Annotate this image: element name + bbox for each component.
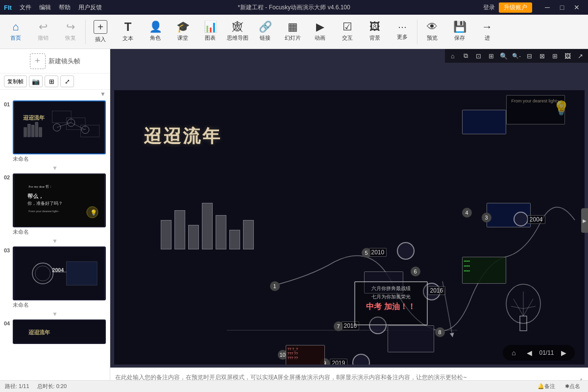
tb-undo[interactable]: ↩ 撤销	[29, 17, 57, 47]
slide-item-03[interactable]: 03 2004 未命名 ▼	[2, 246, 108, 318]
svg-text:迢迢流年: 迢迢流年	[28, 329, 50, 335]
svg-text:帮么，: 帮么，	[27, 193, 44, 199]
ct-copy2-btn[interactable]: ⊡	[472, 50, 484, 62]
tb-anim[interactable]: ▶ 动画	[306, 17, 334, 47]
new-frame-area[interactable]: + 新建镜头帧	[0, 49, 110, 74]
slide-item-04[interactable]: 04 迢迢流年	[2, 319, 108, 344]
tb-character[interactable]: 👤 角色	[142, 17, 169, 47]
tb-class[interactable]: 🎓 课堂	[169, 17, 196, 47]
menu-edit[interactable]: 编辑	[39, 3, 51, 12]
slide-timer-icon-01: ▼	[52, 165, 58, 172]
tb-text-label: 文本	[122, 35, 133, 42]
tb-insert-label: 插入	[95, 36, 106, 43]
svg-rect-5	[35, 122, 38, 137]
ct-grid-btn[interactable]: ⊠	[536, 50, 548, 62]
svg-text:From your dearest light~: From your dearest light~	[28, 210, 59, 213]
mindmap-icon: 🕸	[232, 22, 243, 32]
frame-num-3: 3	[482, 213, 491, 222]
panel-scroll-down[interactable]: ▼	[100, 91, 106, 98]
login-btn[interactable]: 登录	[483, 3, 495, 12]
points-status-btn[interactable]: ✱ 点名	[562, 382, 583, 392]
tb-text[interactable]: T 文本	[114, 17, 142, 47]
svg-text:你，准备好了吗？: 你，准备好了吗？	[27, 201, 63, 206]
close-btn[interactable]: ✕	[569, 0, 584, 15]
menu-file[interactable]: 文件	[20, 3, 31, 12]
home-icon: ⌂	[12, 22, 19, 32]
tb-bg-label: 背景	[369, 34, 380, 42]
frame-box-8b	[388, 325, 434, 352]
menu-help[interactable]: 帮助	[59, 3, 71, 12]
tb-link[interactable]: 🔗 链接	[251, 17, 279, 47]
svg-rect-26	[66, 262, 97, 285]
tb-bg[interactable]: 🖼 背景	[361, 17, 389, 47]
ct-fit-btn[interactable]: ⊟	[523, 50, 535, 62]
tb-redo[interactable]: ↪ 恢复	[57, 17, 84, 47]
ct-photo-btn[interactable]: 🖼	[562, 50, 573, 62]
slide-num-02: 02	[4, 174, 10, 180]
preview-icon: 👁	[427, 22, 438, 32]
svg-rect-4	[31, 125, 34, 137]
tree-shape	[501, 279, 545, 335]
redo-icon: ↪	[66, 22, 75, 32]
tb-undo-label: 撤销	[38, 34, 49, 42]
tb-home[interactable]: ⌂ 首页	[2, 17, 29, 47]
frame-box-6: ▪▪▪▪▪▪▪▪▪▪▪▪▪▪▪	[462, 257, 506, 284]
ct-zoomout-btn[interactable]: 🔍-	[511, 50, 522, 62]
ct-zoomin-btn[interactable]: 🔍	[498, 50, 510, 62]
chart-icon: 📊	[204, 22, 217, 32]
ct-align-btn[interactable]: ⊞	[549, 50, 561, 62]
canvas-area: ⌂ ⧉ ⊡ ⊞ 🔍 🔍- ⊟ ⊠ ⊞ 🖼 ↗ 迢迢流年 From your de…	[110, 49, 588, 392]
frame-box-10: ?? ?_? ??? ?? ??? ??	[286, 345, 325, 365]
frame-num-8: 8	[435, 327, 445, 337]
screenshot-btn[interactable]: 📷	[29, 75, 43, 87]
fitscreen-btn[interactable]: ⊞	[45, 75, 58, 87]
slide-thumb-02: For my dear 哲： 帮么， 你，准备好了吗？ From your de…	[13, 173, 106, 227]
tb-slide[interactable]: ▦ 幻灯片	[279, 17, 306, 47]
tb-preview[interactable]: 👁 预览	[418, 17, 446, 47]
text-icon: T	[124, 21, 132, 33]
tb-insert[interactable]: + 插入	[87, 17, 114, 47]
tb-chart[interactable]: 📊 图表	[196, 17, 224, 47]
tb-interact[interactable]: ☑ 交互	[334, 17, 361, 47]
year-2004: 2004	[527, 215, 545, 224]
slide-item-01[interactable]: 01 迢迢流年	[2, 100, 108, 172]
ct-home-btn[interactable]: ⌂	[447, 50, 459, 62]
tb-more[interactable]: ⋯ 更多	[389, 17, 416, 47]
ct-copy-btn[interactable]: ⧉	[460, 50, 471, 62]
nav-home-btn[interactable]: ⌂	[508, 347, 519, 359]
insert-icon: +	[94, 20, 107, 34]
tb-class-label: 课堂	[177, 34, 188, 42]
svg-text:迢迢流年: 迢迢流年	[23, 115, 45, 121]
anim-icon: ▶	[316, 22, 324, 32]
nav-next-btn[interactable]: ▶	[558, 347, 570, 359]
nav-prev-btn[interactable]: ◀	[523, 347, 535, 359]
slide-num-04: 04	[4, 320, 10, 326]
maximize-btn[interactable]: □	[555, 0, 569, 15]
tb-mindmap[interactable]: 🕸 思维导图	[224, 17, 251, 47]
slide-item-02[interactable]: 02 For my dear 哲： 帮么， 你，准备好了吗？ From your…	[2, 173, 108, 245]
notes-status-btn[interactable]: 🔔 备注	[535, 382, 558, 392]
copy-frame-btn[interactable]: 复制帧	[4, 75, 27, 87]
tb-link-label: 链接	[260, 34, 270, 42]
slide-num-03: 03	[4, 247, 10, 253]
character-icon: 👤	[149, 22, 162, 32]
minimize-btn[interactable]: ─	[540, 0, 555, 15]
menu-feedback[interactable]: 用户反馈	[78, 3, 102, 12]
slide-thumb-04: 迢迢流年	[13, 319, 106, 344]
upgrade-btn[interactable]: 升级账户	[499, 2, 532, 13]
tb-nav[interactable]: → 进	[473, 17, 501, 47]
right-panel-collapse[interactable]: ▶	[581, 208, 588, 233]
bottom-nav: ⌂ ◀ 01/11 ▶	[503, 345, 574, 361]
tb-save[interactable]: 💾 保存	[446, 17, 473, 47]
expand-btn[interactable]: ⤢	[60, 75, 74, 87]
path-info: 路径: 1/11	[5, 383, 29, 390]
new-frame-icon: +	[30, 53, 46, 69]
lightbulb-icon: 💡	[553, 100, 570, 116]
svg-line-38	[511, 306, 523, 309]
slide-name-02: 未命名	[13, 228, 108, 237]
ct-paste-btn[interactable]: ⊞	[485, 50, 497, 62]
ct-export-btn[interactable]: ↗	[574, 50, 586, 62]
tb-redo-label: 恢复	[65, 34, 76, 42]
tb-preview-label: 预览	[427, 34, 438, 42]
tb-save-label: 保存	[454, 34, 465, 42]
